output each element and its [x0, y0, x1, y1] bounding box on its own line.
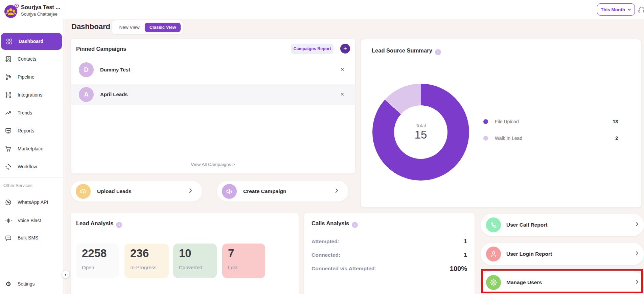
view-toggle: New View Classic View [112, 20, 183, 34]
report-link-label: User Login Report [506, 251, 552, 257]
legend-value: 2 [615, 135, 618, 141]
sidebar-item-label: Trends [18, 110, 32, 115]
workflow-icon [5, 163, 12, 170]
user-call-report-link[interactable]: User Call Report [481, 214, 644, 236]
stat-tile-converted[interactable]: 10 Converted [173, 244, 217, 278]
calls-row-label: Connected v/s Attempted: [312, 266, 376, 272]
tab-new-view[interactable]: New View [112, 20, 147, 34]
sidebar-item-integrations[interactable]: Integrations [0, 86, 63, 103]
pinned-campaigns-card: Pinned Campaigns Campaigns Report + D Du… [71, 39, 355, 173]
tab-classic-view[interactable]: Classic View [145, 23, 181, 32]
user-gear-icon [486, 275, 501, 290]
view-all-campaigns-link[interactable]: View All Campaigns > [71, 162, 355, 167]
sidebar-collapse-button[interactable]: ‹ [62, 271, 69, 278]
sidebar-item-contacts[interactable]: Contacts [0, 50, 63, 67]
info-icon: i [435, 49, 441, 55]
org-user-name: Sourjya Chatterjee [21, 12, 58, 17]
legend-dot-walk-in-lead [483, 136, 488, 141]
quick-action-label: Create Campaign [243, 188, 286, 194]
unpin-campaign-icon[interactable]: ✕ [340, 67, 344, 72]
sidebar-item-pipeline[interactable]: Pipeline [0, 68, 63, 85]
sidebar-item-dashboard[interactable]: Dashboard [1, 33, 62, 50]
sidebar-item-label: Voice Blast [18, 218, 41, 223]
user-login-report-link[interactable]: User Login Report [481, 243, 644, 265]
sidebar-item-reports[interactable]: Reports [0, 122, 63, 139]
sidebar-item-marketplace[interactable]: Marketplace [0, 140, 63, 157]
phone-icon [486, 217, 501, 232]
sidebar-item-label: Settings [18, 281, 35, 287]
stat-value: 7 [228, 247, 234, 260]
sidebar-divider [0, 177, 63, 177]
campaign-name: April Leads [100, 91, 128, 97]
legend-item: Walk In Lead 2 [483, 135, 618, 142]
sidebar-item-settings[interactable]: ⚙ Settings [0, 275, 63, 292]
campaigns-report-button[interactable]: Campaigns Report [291, 44, 334, 54]
create-campaign-button[interactable]: Create Campaign [217, 181, 348, 202]
period-label: This Month [601, 7, 625, 12]
campaign-row[interactable]: A April Leads ✕ [71, 84, 355, 105]
integrations-icon [5, 91, 12, 99]
report-link-label: Manage Users [506, 279, 542, 286]
reports-monitor-icon [5, 127, 12, 134]
calls-row-value: 1 [464, 238, 467, 245]
other-services-label: Other Services [3, 183, 32, 188]
calls-row-attempted: Attempted: 1 [312, 238, 467, 245]
info-icon: i [352, 222, 358, 228]
calls-analysis-title: Calls Analysisi [312, 220, 358, 228]
chevron-right-icon [634, 279, 640, 286]
campaign-row[interactable]: D Dummy Test ✕ [71, 60, 355, 80]
stat-label: Open [82, 265, 94, 270]
stat-value: 236 [130, 247, 149, 260]
sidebar-item-label: Contacts [18, 56, 36, 62]
stat-tile-open[interactable]: 2258 Open [76, 244, 119, 278]
stat-label: In-Progress [130, 265, 157, 270]
sidebar-item-bulk-sms[interactable]: Bulk SMS [0, 229, 63, 246]
sidebar-item-label: Reports [18, 128, 34, 133]
headset-support-icon[interactable] [638, 6, 644, 14]
lead-analysis-card: Lead Analysisi 2258 Open 236 In-Progress… [71, 213, 299, 294]
upload-leads-button[interactable]: Upload Leads [71, 181, 202, 202]
info-icon: i [116, 222, 122, 228]
manage-users-link[interactable]: Manage Users [481, 271, 644, 294]
sidebar-item-label: Integrations [18, 92, 42, 98]
chevron-right-icon [634, 221, 640, 229]
voice-blast-icon [5, 217, 12, 224]
topbar: This Month 1 [63, 0, 644, 19]
sidebar-item-trends[interactable]: Trends [0, 104, 63, 121]
lead-source-summary-card: Lead Source Summaryi Total 15 File Uploa… [361, 39, 641, 208]
marketplace-cart-icon [5, 145, 12, 152]
campaign-avatar: D [79, 62, 94, 77]
calls-row-value: 1 [464, 252, 467, 258]
chevron-right-icon [187, 188, 193, 195]
calls-analysis-card: Calls Analysisi Attempted: 1 Connected: … [304, 213, 475, 294]
add-campaign-button[interactable]: + [340, 44, 350, 54]
sidebar-item-label: Marketplace [18, 146, 43, 151]
sidebar-item-voice-blast[interactable]: Voice Blast [0, 212, 63, 229]
stat-label: Lost [228, 265, 237, 270]
org-logo [3, 3, 20, 19]
calls-row-label: Connected: [312, 252, 340, 258]
report-link-label: User Call Report [506, 222, 547, 228]
legend-label: File Upload [495, 119, 519, 124]
sidebar-item-workflow[interactable]: Workflow [0, 158, 63, 175]
unpin-campaign-icon[interactable]: ✕ [340, 91, 344, 97]
sidebar-item-whatsapp-api[interactable]: WhatsApp API [0, 194, 63, 211]
lead-analysis-title: Lead Analysisi [76, 220, 122, 228]
org-profile[interactable]: Sourjya Test ... Sourjya Chatterjee [3, 3, 63, 19]
contacts-book-icon [5, 56, 12, 63]
pipeline-icon [5, 74, 12, 81]
calls-row-label: Attempted: [312, 238, 339, 245]
period-selector[interactable]: This Month [597, 3, 635, 16]
chevron-down-icon [627, 8, 631, 12]
sidebar-item-label: Bulk SMS [18, 235, 38, 240]
whatsapp-icon [5, 199, 12, 206]
bulk-sms-icon [5, 234, 12, 241]
crm-dashboard: This Month 1 [0, 0, 644, 294]
page-title: Dashboard [71, 22, 110, 31]
calls-row-connected: Connected: 1 [312, 251, 467, 259]
stat-tile-lost[interactable]: 7 Lost [222, 244, 265, 278]
cloud-upload-icon [76, 184, 91, 199]
sidebar-item-label: WhatsApp API [18, 200, 48, 205]
legend-value: 13 [613, 119, 618, 124]
stat-tile-in-progress[interactable]: 236 In-Progress [124, 244, 169, 278]
